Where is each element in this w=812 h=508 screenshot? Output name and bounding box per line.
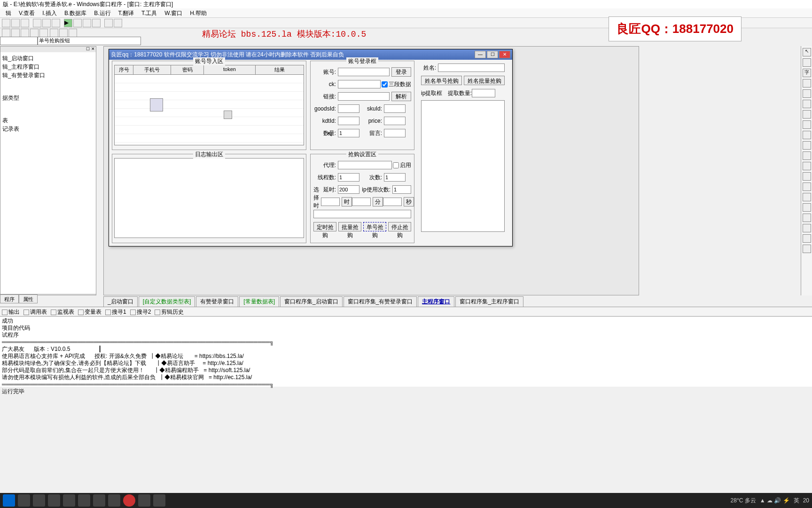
palette-btn[interactable]: 字 [803,69,811,77]
toolbar-btn[interactable] [21,29,29,37]
image-placeholder-icon[interactable] [150,98,163,111]
input-times[interactable] [384,173,406,182]
ime[interactable]: 英 [794,497,799,505]
menu-tools[interactable]: T.工具 [138,8,161,17]
palette-btn[interactable] [803,162,811,170]
menu-run[interactable]: B.运行 [90,8,114,17]
input-link[interactable] [338,92,390,101]
palette-btn[interactable] [803,58,811,67]
palette-pointer-icon[interactable]: ↖ [803,48,811,56]
toolbar-btn[interactable] [52,19,60,27]
menu-view[interactable]: V.查看 [15,8,39,17]
chrome-icon[interactable] [18,494,30,507]
input-ck[interactable] [338,80,381,88]
design-surface[interactable]: 良匠qq：188177020 软件仅限交流学习 切勿非法使用 请在24小时内删除… [103,46,639,295]
palette-btn[interactable] [803,110,811,119]
input-threads[interactable] [338,173,359,182]
input-qty[interactable] [338,129,359,137]
app-icon[interactable] [108,494,120,507]
combo-left[interactable] [0,37,38,45]
palette-btn[interactable] [803,100,811,108]
record-icon[interactable] [123,494,135,507]
col-pwd[interactable]: 密码 [171,65,204,74]
toolbar-btn[interactable] [42,19,51,27]
col-phone[interactable]: 手机号 [133,65,171,74]
menu-edit[interactable]: 辑 [2,8,15,17]
maximize-icon[interactable]: ☐ [487,51,498,58]
toolbar-btn[interactable] [39,29,48,37]
toolbar-btn[interactable] [30,29,39,37]
input-ip-times[interactable] [392,185,411,194]
close-icon[interactable]: ✕ [499,51,510,58]
btn-single-buy[interactable]: 单号抢购 [363,222,386,231]
palette-btn[interactable] [803,203,811,212]
palette-btn[interactable] [803,224,811,232]
app-icon[interactable] [138,494,150,507]
btn-name-batch[interactable]: 姓名批量抢购 [464,76,505,85]
app-icon[interactable] [33,494,45,507]
tree-item[interactable]: 记录表 [2,125,94,133]
input-hour[interactable] [321,198,340,206]
toolbar-btn[interactable] [21,19,29,27]
menu-window[interactable]: W.窗口 [161,8,186,17]
panel-close[interactable]: ☐ ✕ [0,47,96,52]
toolbar-btn[interactable] [11,19,20,27]
palette-btn[interactable] [803,172,811,181]
palette-btn[interactable] [803,214,811,222]
tab-vars[interactable]: 变量表 [78,308,102,316]
palette-btn[interactable] [803,151,811,160]
tree-item[interactable]: 辑_主程序窗口 [2,63,94,71]
input-account[interactable] [338,68,390,76]
col-result[interactable]: 结果 [256,65,304,74]
editor-tab[interactable]: 窗口程序集_有赞登录窗口 [344,296,417,307]
log-textarea[interactable] [114,158,304,238]
input-price[interactable] [384,117,406,125]
system-tray[interactable]: 28°C 多云 ▲ ☁ 🔊 ⚡ 英 20 [731,497,809,505]
combo-control[interactable]: 单号抢购按钮 [38,37,141,45]
toolbar-btn[interactable] [50,29,58,37]
btn-stop-buy[interactable]: 停止抢购 [388,222,411,231]
checkbox-three-seg[interactable] [382,81,388,87]
editor-tab[interactable]: [常量数据表] [239,296,279,307]
app-icon[interactable] [153,494,165,507]
tree-item[interactable]: 辑_有赞登录窗口 [2,71,94,79]
input-ip-count[interactable] [472,89,495,97]
tray-icons[interactable]: ▲ ☁ 🔊 ⚡ [760,497,790,504]
palette-btn[interactable] [803,131,811,139]
ip-list[interactable] [421,100,505,232]
input-result[interactable] [313,210,411,218]
app-icon[interactable] [63,494,75,507]
input-sec[interactable] [383,198,402,206]
tab-properties[interactable]: 属性 [19,294,38,303]
col-token[interactable]: token [204,65,256,74]
btn-sec[interactable]: 秒 [404,197,414,206]
checkbox-enable[interactable] [393,162,399,168]
toolbar-btn[interactable] [69,29,77,37]
minimize-icon[interactable]: — [475,51,486,58]
menu-database[interactable]: B.数据库 [61,8,90,17]
input-proxy[interactable] [338,161,392,169]
project-tree[interactable]: 辑_启动窗口 辑_主程序窗口 辑_有赞登录窗口 据类型 表 记录表 [0,52,96,135]
login-button[interactable]: 登录 [391,67,411,77]
menu-help[interactable]: H.帮助 [186,8,211,17]
editor-tab-active[interactable]: 主程序窗口 [418,296,454,307]
btn-hour[interactable]: 时 [342,197,352,206]
tab-search1[interactable]: 搜寻1 [105,308,126,316]
btn-name-single[interactable]: 姓名单号抢购 [421,76,462,85]
tab-program[interactable]: 程序 [0,294,19,303]
palette-btn[interactable] [803,183,811,191]
toolbar-run[interactable]: ▶ [64,19,72,27]
input-delay[interactable] [338,185,359,194]
toolbar-btn[interactable] [11,29,20,37]
toolbar-btn[interactable] [73,19,82,27]
editor-tab[interactable]: 窗口程序集_主程序窗口 [455,296,523,307]
btn-min[interactable]: 分 [373,197,383,206]
form-titlebar[interactable]: 良匠qq：188177020 软件仅限交流学习 切勿非法使用 请在24小时内删除… [109,49,512,60]
input-goodsid[interactable] [338,104,359,113]
palette-btn[interactable] [803,245,811,253]
toolbar-btn[interactable] [33,19,41,27]
btn-timed-buy[interactable]: 定时抢购 [313,222,336,231]
app-icon[interactable] [78,494,90,507]
col-seq[interactable]: 序号 [115,65,133,74]
weather[interactable]: 28°C 多云 [731,497,756,505]
